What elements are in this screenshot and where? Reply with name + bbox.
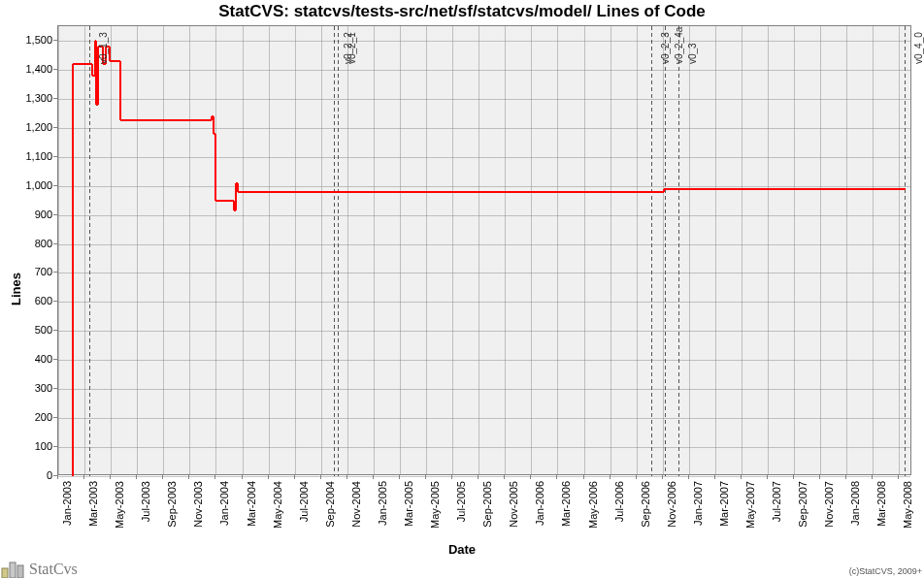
grid-line-v [846, 26, 847, 474]
tag-line [678, 94, 679, 98]
tag-line [89, 148, 90, 152]
tag-line [905, 128, 906, 132]
tag-line [905, 209, 906, 213]
tag-line [678, 203, 679, 207]
x-tick-label: Nov-2004 [350, 481, 362, 530]
tag-line [651, 257, 652, 261]
x-tick-label: Jul-2003 [140, 481, 151, 530]
tag-line [651, 60, 652, 64]
x-tick [425, 475, 426, 479]
tag-line [334, 176, 335, 179]
x-tick [504, 475, 505, 479]
x-tick [83, 475, 84, 479]
tag-line [334, 284, 335, 288]
tag-line [338, 291, 339, 295]
tag-line [338, 162, 339, 166]
tag-line [905, 277, 906, 281]
tag-line [665, 298, 666, 302]
tag-line [651, 366, 652, 369]
tag-line [89, 271, 90, 274]
y-tick [53, 359, 57, 360]
x-axis-label: Date [0, 542, 924, 557]
tag-line [665, 121, 666, 125]
tag-line [665, 67, 666, 71]
tag-line [678, 271, 679, 274]
tag-line [334, 325, 335, 329]
data-line-segment [109, 47, 111, 61]
tag-line [89, 243, 90, 247]
tag-line [905, 461, 906, 465]
tag-line [338, 461, 339, 465]
tag-line [89, 169, 90, 173]
tag-line [89, 135, 90, 139]
y-tick [53, 98, 57, 99]
tag-line [334, 40, 335, 44]
tag-line [338, 74, 339, 78]
tag-line [905, 243, 906, 247]
tag-line [678, 447, 679, 451]
tag-line [89, 53, 90, 57]
tag-line [665, 128, 666, 132]
tag-line [651, 338, 652, 342]
tag-line [334, 101, 335, 105]
tag-line [651, 345, 652, 349]
tag-line [338, 386, 339, 390]
tag-line [905, 87, 906, 91]
tag-line [338, 379, 339, 383]
tag-line [678, 434, 679, 437]
grid-line-v [557, 26, 558, 474]
tag-line [651, 305, 652, 308]
tag-line [338, 80, 339, 84]
x-tick-label: Jul-2006 [613, 481, 625, 530]
tag-line [678, 108, 679, 112]
tag-line [905, 47, 906, 50]
tag-line [334, 60, 335, 64]
tag-line [338, 26, 339, 30]
x-tick-label: Jan-2003 [61, 481, 73, 530]
tag-line [338, 60, 339, 64]
tag-line [338, 393, 339, 397]
tag-line [665, 406, 666, 410]
x-tick-label: Nov-2003 [192, 481, 204, 530]
tag-line [665, 291, 666, 295]
tag-line [89, 318, 90, 322]
grid-line-v [137, 26, 138, 474]
tag-line [678, 352, 679, 356]
tag-line [651, 413, 652, 417]
tag-line [651, 434, 652, 437]
tag-line [651, 298, 652, 302]
svg-rect-0 [2, 568, 8, 578]
tag-line [651, 318, 652, 322]
grid-line-v [768, 26, 769, 474]
grid-line-v [84, 26, 85, 474]
x-tick-label: Sep-2005 [481, 481, 493, 530]
tag-line [334, 352, 335, 356]
grid-line-v [742, 26, 742, 474]
tag-line [334, 434, 335, 437]
tag-line [651, 264, 652, 268]
y-tick [53, 301, 57, 302]
tag-line [334, 386, 335, 390]
data-line-segment [238, 191, 664, 193]
tag-line [678, 87, 679, 91]
tag-line [334, 209, 335, 213]
tag-line [651, 169, 652, 173]
tag-line [334, 345, 335, 349]
tag-line [665, 114, 666, 118]
grid-line-h [58, 215, 910, 216]
tag-line [338, 325, 339, 329]
tag-line [905, 155, 906, 159]
tag-line [678, 257, 679, 261]
tag-line [338, 454, 339, 458]
tag-line [334, 196, 335, 200]
x-tick-label: Jul-2005 [455, 481, 467, 530]
tag-line [905, 216, 906, 220]
tag-line [678, 243, 679, 247]
x-tick [845, 475, 846, 479]
grid-line-v [637, 26, 638, 474]
grid-line-v [452, 26, 453, 474]
tag-line [651, 277, 652, 281]
tag-line [665, 162, 666, 166]
tag-line [651, 461, 652, 465]
tag-line [89, 87, 90, 91]
